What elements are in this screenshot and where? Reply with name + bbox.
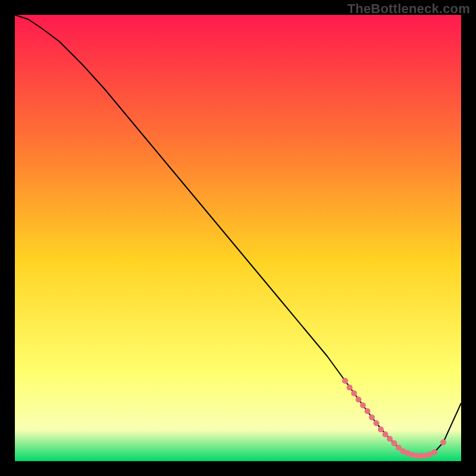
data-point — [369, 415, 375, 421]
data-point — [360, 402, 366, 408]
watermark-text: TheBottleneck.com — [347, 1, 470, 17]
data-point — [342, 378, 348, 384]
chart-frame: TheBottleneck.com — [0, 0, 476, 476]
data-point — [383, 431, 389, 437]
gradient-background — [15, 15, 461, 461]
data-point — [351, 390, 357, 396]
data-point — [356, 397, 362, 403]
data-point — [374, 420, 380, 426]
data-point — [392, 440, 397, 446]
data-point — [431, 449, 437, 455]
data-point — [378, 427, 384, 433]
data-point — [440, 440, 446, 446]
data-point — [387, 436, 393, 442]
data-point — [347, 384, 353, 390]
chart-svg — [15, 15, 461, 461]
data-point — [365, 408, 371, 414]
chart-plot — [15, 15, 461, 461]
